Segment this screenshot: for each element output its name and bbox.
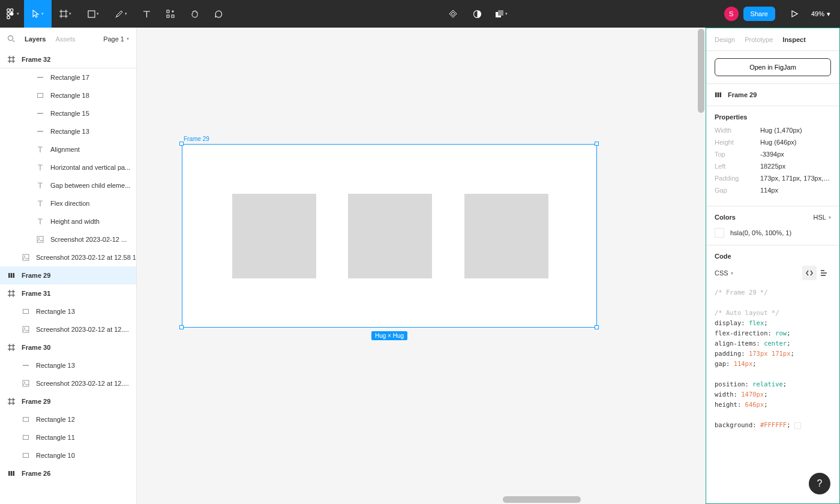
layer-row[interactable]: Rectangle 15 [0, 104, 136, 122]
text-tool-button[interactable] [134, 0, 158, 28]
code-block[interactable]: /* Frame 29 */ /* Auto layout */ display… [715, 287, 831, 430]
layer-row[interactable]: Screenshot 2023-02-12 at 12.58 1 [0, 248, 136, 266]
canvas-rectangle[interactable] [464, 194, 548, 278]
text-icon [36, 145, 44, 154]
frame-tool-button[interactable]: ▾ [52, 0, 79, 28]
top-layer-row[interactable]: Frame 32 [0, 50, 136, 68]
rect-icon [36, 91, 44, 100]
color-row[interactable]: hsla(0, 0%, 100%, 1) [715, 228, 831, 238]
selection-handle[interactable] [595, 142, 599, 146]
menu-button[interactable]: ▾ [0, 0, 24, 28]
layer-name: Rectangle 10 [36, 452, 75, 459]
open-figjam-button[interactable]: Open in FigJam [715, 58, 831, 76]
layer-row[interactable]: Frame 31 [0, 284, 136, 302]
right-panel-tabs: Design Prototype Inspect [706, 28, 839, 51]
code-heading: Code [715, 253, 831, 260]
layer-row[interactable]: Frame 29 [0, 266, 136, 284]
layer-row[interactable]: Height and width [0, 212, 136, 230]
property-value[interactable]: -3394px [760, 151, 831, 158]
selection-frame[interactable] [182, 144, 597, 328]
design-tab[interactable]: Design [715, 36, 735, 43]
autolayout-icon [7, 469, 16, 478]
scrollbar-horizontal[interactable] [137, 495, 706, 504]
scrollbar-thumb[interactable] [503, 496, 581, 503]
color-mode-selector[interactable]: HSL ▾ [814, 214, 831, 221]
layer-row[interactable]: Rectangle 13 [0, 356, 136, 374]
zoom-control[interactable]: 49% ▾ [806, 10, 835, 18]
svg-rect-5 [88, 11, 95, 17]
hand-tool-button[interactable] [182, 0, 206, 28]
share-button[interactable]: Share [743, 7, 775, 21]
contrast-icon [473, 10, 482, 19]
property-value[interactable]: Hug (1,470px) [760, 127, 831, 134]
layer-row[interactable]: Screenshot 2023-02-12 at 12.... [0, 374, 136, 392]
layer-row[interactable]: Horizontal and vertical pa... [0, 158, 136, 176]
toolbar-right: S Share 49% ▾ [724, 0, 835, 28]
property-value[interactable]: 18225px [760, 163, 831, 170]
layer-row[interactable]: Frame 29 [0, 392, 136, 410]
comment-tool-button[interactable] [206, 0, 230, 28]
shape-tool-button[interactable]: ▾ [79, 0, 107, 28]
line-icon [36, 73, 44, 82]
layer-row[interactable]: Rectangle 17 [0, 68, 136, 86]
chevron-down-icon: ▾ [97, 11, 99, 16]
layer-name: Rectangle 18 [50, 92, 89, 99]
selection-handle[interactable] [595, 325, 599, 329]
page-selector[interactable]: Page 1 ▾ [103, 35, 129, 43]
color-swatch [715, 228, 724, 238]
property-value[interactable]: 173px, 171px, 173px, 1... [760, 175, 831, 182]
layer-row[interactable]: Rectangle 11 [0, 428, 136, 446]
search-icon[interactable] [7, 35, 15, 43]
inspect-tab[interactable]: Inspect [782, 36, 806, 43]
layer-row[interactable]: Frame 30 [0, 338, 136, 356]
contrast-button[interactable] [465, 0, 489, 28]
move-tool-button[interactable]: ▾ [24, 0, 52, 28]
scrollbar-vertical[interactable] [697, 28, 706, 504]
help-button[interactable]: ? [809, 473, 830, 494]
layer-row[interactable]: Gap between child eleme... [0, 176, 136, 194]
canvas[interactable]: Frame 29 Hug × Hug [137, 28, 706, 504]
table-view-button[interactable] [817, 266, 831, 280]
pen-icon [115, 10, 124, 19]
avatar[interactable]: S [724, 7, 739, 21]
canvas-rectangle[interactable] [348, 194, 432, 278]
code-view-button[interactable] [802, 266, 817, 280]
layer-row[interactable]: Rectangle 13 [0, 302, 136, 320]
chevron-down-icon: ▾ [41, 11, 44, 16]
figma-logo-icon [5, 8, 16, 19]
list-icon [820, 269, 828, 277]
assets-tab[interactable]: Assets [55, 35, 75, 43]
frame-label[interactable]: Frame 29 [184, 136, 209, 142]
present-button[interactable] [782, 0, 806, 28]
selection-handle[interactable] [179, 142, 184, 146]
prototype-tab[interactable]: Prototype [745, 36, 773, 43]
svg-rect-8 [172, 15, 174, 17]
resources-button[interactable] [158, 0, 182, 28]
frame-icon [7, 289, 16, 298]
pen-tool-button[interactable]: ▾ [107, 0, 134, 28]
scrollbar-thumb[interactable] [698, 29, 704, 113]
layer-name: Rectangle 12 [36, 416, 75, 423]
layer-row[interactable]: Rectangle 13 [0, 122, 136, 140]
code-lang-selector[interactable]: CSS ▾ [715, 269, 733, 277]
layer-row[interactable]: Rectangle 10 [0, 446, 136, 464]
layer-row[interactable]: Rectangle 12 [0, 410, 136, 428]
property-value[interactable]: Hug (646px) [760, 139, 831, 146]
layer-row[interactable]: Flex direction [0, 194, 136, 212]
layer-row[interactable]: Alignment [0, 140, 136, 158]
layer-row[interactable]: Frame 26 [0, 464, 136, 482]
rectangle-icon [88, 10, 95, 18]
canvas-rectangle[interactable] [232, 194, 316, 278]
selection-handle[interactable] [179, 325, 184, 329]
layers-tab[interactable]: Layers [25, 35, 46, 43]
svg-rect-6 [167, 10, 169, 13]
layer-row[interactable]: Rectangle 18 [0, 86, 136, 104]
dev-mode-button[interactable] [441, 0, 465, 28]
layer-row[interactable]: Screenshot 2023-02-12 ... [0, 230, 136, 248]
layer-row[interactable]: Screenshot 2023-02-12 at 12.... [0, 320, 136, 338]
mask-button[interactable]: ▾ [489, 0, 513, 28]
chevron-down-icon: ▾ [127, 36, 129, 41]
property-value[interactable]: 114px [760, 187, 831, 194]
layer-name: Frame 26 [22, 470, 50, 477]
toolbar-left: ▾ ▾ ▾ ▾ ▾ [0, 0, 230, 28]
